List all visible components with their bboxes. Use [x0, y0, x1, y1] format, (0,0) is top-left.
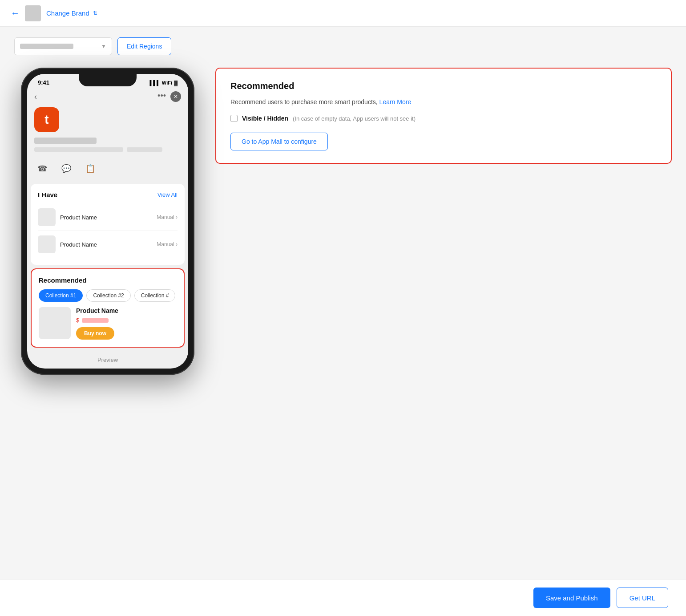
app-menu: ••• ✕: [157, 91, 181, 102]
i-have-header: I Have View All: [38, 191, 178, 199]
top-nav: ← Change Brand ⇅: [0, 0, 686, 27]
recommended-phone-section: Recommended Collection #1 Collection #2 …: [31, 268, 185, 348]
learn-more-link[interactable]: Learn More: [379, 98, 412, 105]
more-dots-icon[interactable]: •••: [157, 91, 166, 102]
phone-wrapper: 9:41 ▌▌▌ WiFi ▓ ‹ •••: [21, 68, 194, 375]
content-area: ▼ Edit Regions 9:41 ▌▌▌ WiFi: [0, 27, 686, 385]
app-icon-section: t: [27, 107, 188, 138]
device-desc-placeholder2: [127, 147, 162, 152]
app-back-icon[interactable]: ‹: [34, 92, 37, 101]
chevron-icon: ⇅: [93, 10, 97, 16]
visible-label: Visible / Hidden: [242, 115, 288, 122]
bottom-bar: Save and Publish Get URL: [0, 579, 686, 616]
chevron-down-icon: ▼: [101, 43, 106, 49]
price-dollar: $: [76, 317, 79, 324]
device-info: [27, 138, 188, 157]
status-icons: ▌▌▌ WiFi ▓: [149, 80, 178, 85]
collection-tab-1[interactable]: Collection #1: [39, 289, 83, 302]
dropdown-placeholder: [20, 44, 73, 49]
app-icon: t: [34, 107, 59, 132]
change-brand-button[interactable]: Change Brand ⇅: [46, 9, 97, 17]
toolbar-row: ▼ Edit Regions: [14, 37, 672, 55]
preview-label: Preview: [27, 351, 188, 369]
back-icon: ←: [11, 8, 20, 18]
status-time: 9:41: [38, 79, 49, 86]
product-thumbnail: [38, 208, 56, 226]
phone-screen: 9:41 ▌▌▌ WiFi ▓ ‹ •••: [27, 74, 188, 369]
close-button[interactable]: ✕: [170, 91, 181, 102]
collection-tab-2[interactable]: Collection #2: [86, 289, 130, 302]
product-type: Manual ›: [157, 241, 178, 247]
product-name: Product Name: [60, 214, 152, 221]
price-placeholder: [82, 318, 109, 323]
brand-logo: [25, 5, 41, 21]
wifi-icon: WiFi: [162, 80, 172, 85]
battery-icon: ▓: [174, 80, 178, 85]
visible-hidden-row: Visible / Hidden (In case of empty data,…: [230, 115, 657, 122]
product-item[interactable]: Product Name Manual ›: [38, 231, 178, 258]
region-dropdown[interactable]: ▼: [14, 37, 112, 55]
action-icons-row: ☎ 💬 📋: [27, 157, 188, 184]
get-url-button[interactable]: Get URL: [617, 588, 668, 608]
save-publish-button[interactable]: Save and Publish: [533, 588, 610, 608]
visible-hint: (In case of empty data, App users will n…: [293, 115, 416, 122]
edit-regions-button[interactable]: Edit Regions: [117, 37, 171, 55]
config-card-title: Recommended: [230, 81, 657, 91]
visible-checkbox[interactable]: [230, 115, 238, 122]
config-description: Recommend users to purchase more smart p…: [230, 97, 657, 107]
app-header: ‹ ••• ✕: [27, 88, 188, 107]
product-card-image: [39, 307, 71, 339]
product-name: Product Name: [60, 241, 152, 248]
config-card: Recommended Recommend users to purchase …: [215, 68, 672, 164]
device-desc-placeholder: [34, 147, 123, 152]
device-name-placeholder: [34, 138, 97, 144]
phone-action-icon[interactable]: ☎: [34, 161, 50, 177]
product-thumbnail: [38, 235, 56, 253]
i-have-title: I Have: [38, 191, 57, 199]
product-card-price: $: [76, 317, 177, 324]
main-layout: 9:41 ▌▌▌ WiFi ▓ ‹ •••: [14, 68, 672, 375]
product-card-name: Product Name: [76, 307, 177, 314]
signal-icon: ▌▌▌: [149, 80, 160, 85]
config-description-text: Recommend users to purchase more smart p…: [230, 98, 378, 105]
clipboard-action-icon[interactable]: 📋: [82, 161, 98, 177]
close-icon: ✕: [174, 93, 178, 100]
phone-frame: 9:41 ▌▌▌ WiFi ▓ ‹ •••: [21, 68, 194, 375]
collection-tab-3[interactable]: Collection #: [134, 289, 176, 302]
product-type: Manual ›: [157, 214, 178, 220]
product-item[interactable]: Product Name Manual ›: [38, 204, 178, 231]
product-card: Product Name $ Buy now: [39, 307, 177, 340]
i-have-section: I Have View All Product Name Manual › Pr…: [31, 184, 185, 265]
back-button[interactable]: ←: [11, 8, 20, 18]
recommended-phone-title: Recommended: [39, 276, 177, 284]
collection-tabs: Collection #1 Collection #2 Collection #: [39, 289, 177, 302]
go-to-mall-button[interactable]: Go to App Mall to configure: [230, 133, 328, 150]
message-action-icon[interactable]: 💬: [58, 161, 74, 177]
view-all-link[interactable]: View All: [157, 191, 178, 198]
phone-mockup-container: 9:41 ▌▌▌ WiFi ▓ ‹ •••: [14, 68, 201, 375]
product-card-info: Product Name $ Buy now: [76, 307, 177, 340]
right-panel: Recommended Recommend users to purchase …: [215, 68, 672, 164]
buy-now-button[interactable]: Buy now: [76, 327, 114, 340]
change-brand-label: Change Brand: [46, 9, 89, 17]
phone-notch: [79, 74, 137, 86]
